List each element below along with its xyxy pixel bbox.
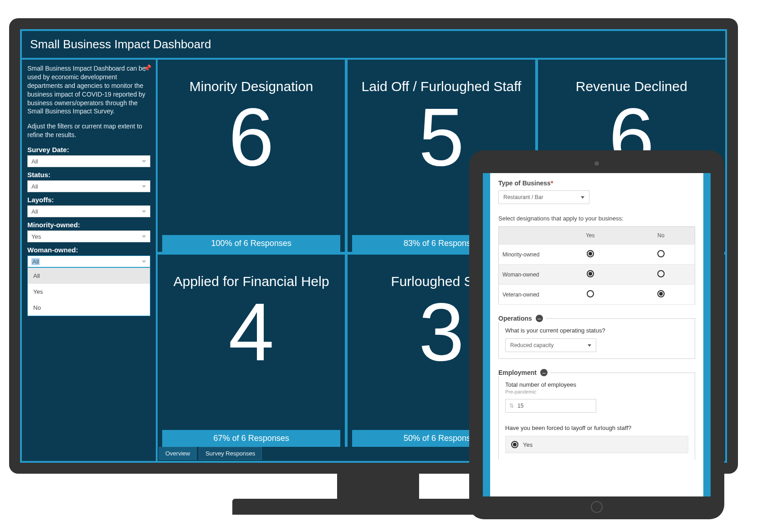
filter-label-status: Status:	[27, 171, 150, 179]
tab-survey-responses[interactable]: Survey Responses	[199, 447, 262, 460]
input-total-employees[interactable]: ⇅ 15	[505, 399, 596, 413]
operating-status-value: Reduced capacity	[510, 342, 553, 348]
filter-label-layoffs: Layoffs:	[27, 196, 150, 204]
filter-value-layoffs: All	[31, 208, 38, 215]
radio-minority-yes[interactable]	[587, 250, 594, 257]
chevron-down-icon	[142, 210, 146, 213]
radio-woman-no[interactable]	[657, 270, 665, 277]
card-value: 6	[229, 96, 274, 178]
dropdown-option-yes[interactable]: Yes	[28, 284, 150, 300]
section-employment-body: Total number of employees Pre-pandemic ⇅…	[498, 372, 695, 460]
total-employees-value: 15	[517, 403, 523, 409]
table-header-blank	[499, 227, 553, 245]
row-label: Minority-owned	[499, 245, 553, 265]
designations-prompt: Select designations that apply to your b…	[498, 215, 695, 222]
sidebar: 📌 Small Business Impact Dashboard can be…	[22, 60, 158, 461]
tablet-home-button[interactable]	[591, 501, 603, 513]
radio-minority-no[interactable]	[657, 250, 665, 257]
section-employment-label: Employment	[498, 369, 538, 376]
section-operations-body: What is your current operating status? R…	[498, 318, 695, 359]
radio-veteran-no[interactable]	[657, 290, 665, 297]
card-footer: 67% of 6 Responses	[162, 430, 340, 447]
designations-table: Yes No Minority-owned Woman-owned Vetera…	[498, 226, 695, 305]
chevron-down-icon	[142, 160, 146, 163]
field-label-type-of-business: Type of Business*	[498, 179, 695, 187]
chevron-down-icon	[142, 185, 146, 188]
filter-label-woman-owned: Woman-owned:	[27, 246, 150, 254]
card-value: 4	[229, 291, 274, 373]
section-employment-header[interactable]: Employment –	[498, 369, 695, 376]
intro-text-1: Small Business Impact Dashboard can be u…	[27, 64, 150, 116]
stepper-icon[interactable]: ⇅	[509, 403, 514, 409]
type-of-business-text: Type of Business	[498, 179, 551, 187]
filter-select-minority-owned[interactable]: Yes	[27, 230, 150, 242]
select-type-of-business[interactable]: Restaurant / Bar	[498, 190, 589, 204]
divider	[550, 373, 695, 373]
filter-label-survey-date: Survey Date:	[27, 146, 150, 153]
dropdown-list-woman-owned: All Yes No	[27, 267, 150, 316]
required-asterisk: *	[551, 179, 553, 187]
filter-select-status[interactable]: All	[27, 180, 150, 192]
filter-value-survey-date: All	[31, 158, 38, 165]
card-value: 3	[419, 291, 464, 373]
question-operating-status: What is your current operating status?	[505, 327, 688, 334]
radio-layoff-yes[interactable]	[511, 441, 518, 448]
survey-form: Type of Business* Restaurant / Bar Selec…	[490, 173, 703, 496]
tablet-camera-icon	[594, 161, 599, 166]
filter-value-minority-owned: Yes	[31, 233, 41, 240]
chevron-down-icon	[142, 261, 146, 263]
radio-veteran-yes[interactable]	[587, 290, 594, 297]
section-operations-label: Operations	[498, 315, 533, 322]
table-row-veteran: Veteran-owned	[499, 285, 695, 305]
table-header-no: No	[627, 227, 695, 245]
filter-value-status: All	[31, 183, 38, 190]
tab-overview[interactable]: Overview	[159, 447, 197, 460]
card-minority-designation: Minority Designation 6 100% of 6 Respons…	[158, 60, 345, 252]
section-operations-header[interactable]: Operations –	[498, 315, 695, 322]
dashboard-title: Small Business Impact Dashboard	[22, 31, 725, 60]
card-footer: 100% of 6 Responses	[162, 235, 340, 252]
collapse-icon[interactable]: –	[536, 315, 543, 322]
collapse-icon[interactable]: –	[540, 369, 548, 376]
radio-woman-yes[interactable]	[587, 270, 594, 277]
row-label: Woman-owned	[499, 265, 553, 285]
filter-select-survey-date[interactable]: All	[27, 155, 150, 167]
card-value: 5	[419, 96, 464, 178]
card-applied-financial-help: Applied for Financial Help 4 67% of 6 Re…	[158, 255, 345, 447]
filter-select-woman-owned-open[interactable]: All All Yes No	[27, 256, 150, 267]
intro-text-2: Adjust the filters or current map extent…	[27, 122, 150, 139]
dropdown-option-no[interactable]: No	[28, 300, 150, 316]
radio-row-layoff-yes[interactable]: Yes	[505, 436, 688, 453]
tablet-screen-border: Type of Business* Restaurant / Bar Selec…	[483, 173, 711, 496]
chevron-down-icon	[581, 196, 584, 199]
dropdown-option-all[interactable]: All	[28, 268, 150, 284]
question-layoff-furlough: Have you been forced to layoff or furlou…	[505, 425, 688, 431]
monitor-stand-neck	[337, 474, 419, 501]
filter-select-layoffs[interactable]: All	[27, 205, 150, 217]
hint-pre-pandemic: Pre-pandemic	[505, 389, 688, 394]
chevron-down-icon	[588, 344, 591, 347]
radio-label-yes: Yes	[523, 441, 533, 448]
filter-label-minority-owned: Minority-owned:	[27, 221, 150, 229]
table-row-minority: Minority-owned	[499, 245, 695, 265]
filter-value-woman-owned: All	[31, 258, 40, 265]
tablet-device: Type of Business* Restaurant / Bar Selec…	[469, 150, 724, 519]
question-total-employees: Total number of employees	[505, 381, 688, 388]
chevron-down-icon	[142, 235, 146, 238]
row-label: Veteran-owned	[499, 285, 553, 305]
table-row-woman: Woman-owned	[499, 265, 695, 285]
table-header-yes: Yes	[553, 227, 628, 245]
divider	[546, 318, 695, 319]
type-of-business-value: Restaurant / Bar	[503, 194, 543, 200]
pin-icon[interactable]: 📌	[143, 64, 151, 72]
select-operating-status[interactable]: Reduced capacity	[505, 338, 596, 352]
